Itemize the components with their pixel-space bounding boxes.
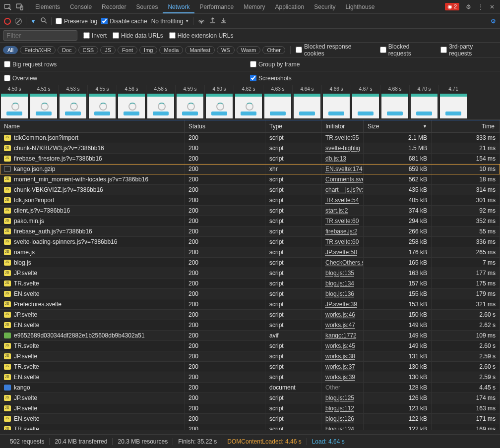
filmstrip-frame[interactable]: 4.70 s <box>410 85 439 119</box>
table-row[interactable]: JP.svelte200scriptblog.js:135163 kB177 m… <box>0 268 500 279</box>
type-pill-css[interactable]: CSS <box>78 46 99 54</box>
type-pill-ws[interactable]: WS <box>217 46 235 54</box>
table-row[interactable]: EN.svelte200scriptblog.js:126122 kB171 m… <box>0 414 500 424</box>
tab-performance[interactable]: Performance <box>194 0 239 13</box>
table-row[interactable]: moment_min_moment-with-locales.js?v=7386… <box>0 174 500 185</box>
filmstrip-frame[interactable]: 4.60 s <box>205 85 234 119</box>
device-toggle-icon[interactable] <box>14 1 26 13</box>
close-icon[interactable]: ✕ <box>486 1 498 13</box>
network-settings-icon[interactable]: ⚙ <box>491 18 496 25</box>
table-row[interactable]: firebase_firestore.js?v=7386bb16200scrip… <box>0 154 500 164</box>
column-time[interactable]: Time <box>432 120 500 132</box>
hide-data-urls-checkbox[interactable]: Hide data URLs <box>113 32 163 39</box>
tab-lighthouse[interactable]: Lighthouse <box>341 0 380 13</box>
check--rd-party-requests[interactable]: 3rd-party requests <box>440 43 497 57</box>
filmstrip-frame[interactable]: 4.63 s <box>263 85 293 119</box>
table-row[interactable]: EN.svelte200scriptblog.js:136155 kB179 m… <box>0 289 500 299</box>
filmstrip-frame[interactable]: 4.53 s <box>59 85 88 119</box>
inspect-icon[interactable] <box>2 1 14 13</box>
screenshots-filmstrip[interactable]: 4.50 s4.51 s4.53 s4.55 s4.56 s4.58 s4.59… <box>0 85 500 120</box>
settings-gear-icon[interactable]: ⚙ <box>462 1 474 13</box>
error-count-badge[interactable]: ◉ 2 <box>445 3 459 10</box>
table-row[interactable]: svelte-loading-spinners.js?v=7386bb16200… <box>0 237 500 247</box>
table-row[interactable]: pako.min.js200scriptTR.svelte:60294 kB35… <box>0 216 500 226</box>
filmstrip-frame[interactable]: 4.59 s <box>176 85 205 119</box>
screenshots-checkbox[interactable]: Screenshots <box>250 75 292 82</box>
filmstrip-frame[interactable]: 4.67 s <box>351 85 380 119</box>
table-row[interactable]: TR.svelte200scriptblog.js:124122 kB169 m… <box>0 424 500 430</box>
table-row[interactable]: Prefectures.svelte200scriptJP.svelte:391… <box>0 299 500 310</box>
table-row[interactable]: e9652689d030344df2882e1b25608db9b4302a51… <box>0 331 500 341</box>
invert-checkbox[interactable]: Invert <box>83 32 107 39</box>
table-row[interactable]: blog.js200scriptCheckOthers.s165 kB7 ms <box>0 258 500 268</box>
filmstrip-frame[interactable]: 4.55 s <box>88 85 117 119</box>
table-row[interactable]: tdkCommon.json?import200scriptTR.svelte:… <box>0 133 500 143</box>
table-row[interactable]: TR.svelte200scriptworks.js:37130 kB2.60 … <box>0 362 500 372</box>
type-pill-other[interactable]: Other <box>262 46 285 54</box>
filmstrip-frame[interactable]: 4.64 s <box>293 85 322 119</box>
type-pill-media[interactable]: Media <box>159 46 183 54</box>
filter-toggle-icon[interactable]: ▼ <box>30 18 36 25</box>
hide-extension-urls-checkbox[interactable]: Hide extension URLs <box>169 32 234 39</box>
table-row[interactable]: tdk.json?import200scriptTR.svelte:54405 … <box>0 195 500 206</box>
filmstrip-frame[interactable]: 4.62 s <box>234 85 263 119</box>
column-initiator[interactable]: Initiator <box>321 120 364 132</box>
network-conditions-icon[interactable] <box>197 17 205 25</box>
column-size[interactable]: Size▼ <box>364 120 432 132</box>
table-row[interactable]: EN.svelte200scriptworks.js:39130 kB2.59 … <box>0 372 500 383</box>
record-button[interactable] <box>4 18 11 25</box>
tab-console[interactable]: Console <box>65 0 97 13</box>
type-pill-img[interactable]: Img <box>139 46 157 54</box>
import-har-icon[interactable] <box>209 17 216 25</box>
type-pill-fetchxhr[interactable]: Fetch/XHR <box>20 46 56 54</box>
type-pill-wasm[interactable]: Wasm <box>237 46 261 54</box>
table-row[interactable]: JP.svelte200scriptworks.js:46150 kB2.60 … <box>0 310 500 320</box>
search-icon[interactable] <box>40 17 47 25</box>
table-row[interactable]: JP.svelte200scriptblog.js:112123 kB163 m… <box>0 403 500 414</box>
preserve-log-checkbox[interactable]: Preserve log <box>56 18 97 25</box>
disable-cache-checkbox[interactable]: Disable cache <box>101 18 147 25</box>
tab-application[interactable]: Application <box>270 0 310 13</box>
table-row[interactable]: TR.svelte200scriptblog.js:134157 kB175 m… <box>0 279 500 289</box>
table-row[interactable]: EN.svelte200scriptworks.js:47149 kB2.62 … <box>0 320 500 331</box>
table-row[interactable]: chunk-VBKGVI2Z.js?v=7386bb16200scriptcha… <box>0 185 500 195</box>
filmstrip-frame[interactable]: 4.58 s <box>146 85 176 119</box>
overview-checkbox[interactable]: Overview <box>4 75 37 82</box>
filmstrip-frame[interactable]: 4.50 s <box>0 85 29 119</box>
tab-sources[interactable]: Sources <box>131 0 163 13</box>
tab-security[interactable]: Security <box>309 0 340 13</box>
check-blocked-response-cookies[interactable]: Blocked response cookies <box>296 43 373 57</box>
export-har-icon[interactable] <box>220 17 227 25</box>
table-row[interactable]: JP.svelte200scriptblog.js:125126 kB174 m… <box>0 393 500 403</box>
type-pill-doc[interactable]: Doc <box>58 46 76 54</box>
throttling-select[interactable]: No throttling ▼ <box>151 18 189 25</box>
table-row[interactable]: kango.json.gzip200xhrEN.svelte:174659 kB… <box>0 164 500 174</box>
filmstrip-frame[interactable]: 4.68 s <box>380 85 410 119</box>
tab-network[interactable]: Network <box>163 0 194 13</box>
column-status[interactable]: Status <box>185 120 265 132</box>
filmstrip-frame[interactable]: 4.51 s <box>29 85 59 119</box>
type-pill-manifest[interactable]: Manifest <box>185 46 215 54</box>
table-row[interactable]: client.js?v=7386bb16200scriptstart.js:23… <box>0 206 500 216</box>
clear-button[interactable] <box>15 18 22 25</box>
more-menu-icon[interactable]: ⋮ <box>474 1 486 13</box>
column-name[interactable]: Name <box>0 120 185 132</box>
filmstrip-frame[interactable]: 4.71 <box>439 85 468 119</box>
tab-memory[interactable]: Memory <box>239 0 270 13</box>
column-type[interactable]: Type <box>265 120 321 132</box>
big-request-rows-checkbox[interactable]: Big request rows <box>4 61 57 68</box>
table-row[interactable]: firebase_auth.js?v=7386bb16200scriptfire… <box>0 226 500 237</box>
table-row[interactable]: kango200documentOther128 kB4.45 s <box>0 383 500 393</box>
table-row[interactable]: chunk-N7KRIZW3.js?v=7386bb16200scriptsve… <box>0 143 500 154</box>
type-pill-all[interactable]: All <box>3 46 18 54</box>
table-row[interactable]: JP.svelte200scriptworks.js:38131 kB2.59 … <box>0 351 500 362</box>
table-row[interactable]: name.js200scriptJP.svelte:50176 kB265 ms <box>0 247 500 258</box>
type-pill-js[interactable]: JS <box>100 46 116 54</box>
filmstrip-frame[interactable]: 4.56 s <box>117 85 146 119</box>
filter-input[interactable] <box>3 30 77 41</box>
tab-elements[interactable]: Elements <box>30 0 65 13</box>
tab-recorder[interactable]: Recorder <box>97 0 131 13</box>
group-by-frame-checkbox[interactable]: Group by frame <box>250 61 300 68</box>
filmstrip-frame[interactable]: 4.66 s <box>322 85 351 119</box>
type-pill-font[interactable]: Font <box>118 46 137 54</box>
